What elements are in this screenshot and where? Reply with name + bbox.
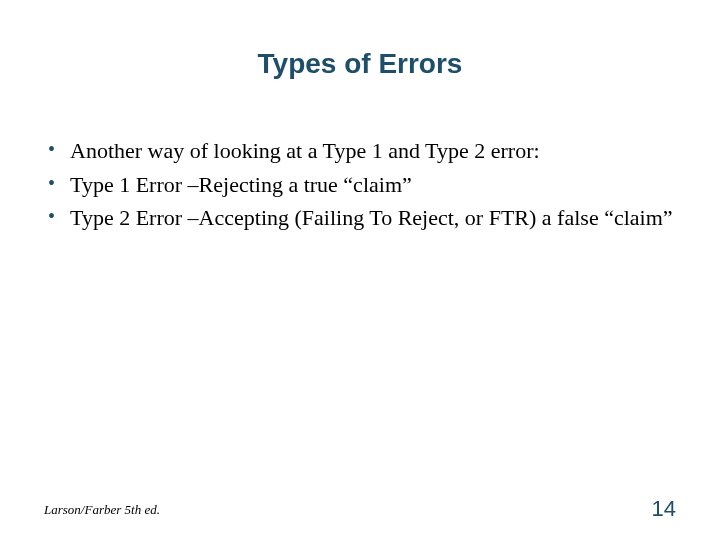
slide: Types of Errors Another way of looking a… bbox=[0, 0, 720, 540]
slide-title: Types of Errors bbox=[44, 48, 676, 80]
footer-source: Larson/Farber 5th ed. bbox=[44, 502, 160, 518]
list-item: Another way of looking at a Type 1 and T… bbox=[44, 136, 676, 166]
page-number: 14 bbox=[652, 496, 676, 522]
list-item: Type 1 Error –Rejecting a true “claim” bbox=[44, 170, 676, 200]
bullet-list: Another way of looking at a Type 1 and T… bbox=[44, 136, 676, 233]
list-item: Type 2 Error –Accepting (Failing To Reje… bbox=[44, 203, 676, 233]
